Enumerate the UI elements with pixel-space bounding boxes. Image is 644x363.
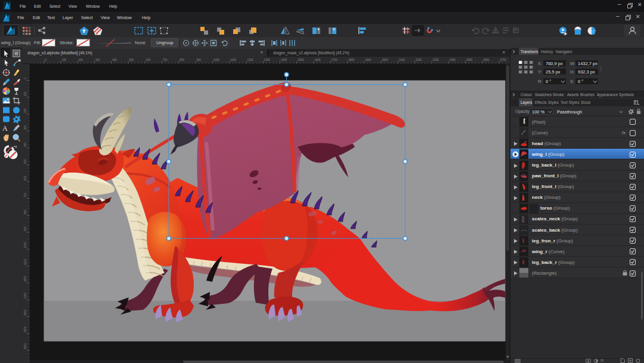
svg-text:800: 800 [24, 210, 27, 214]
svg-text:1600: 1600 [315, 59, 321, 61]
svg-text:600: 600 [146, 59, 151, 61]
svg-text:1000: 1000 [24, 242, 27, 248]
svg-text:800: 800 [179, 59, 184, 61]
svg-text:1400: 1400 [24, 309, 27, 316]
svg-text:900: 900 [197, 59, 202, 61]
svg-text:500: 500 [129, 59, 134, 61]
svg-text:100: 100 [61, 59, 66, 61]
svg-text:600: 600 [24, 176, 27, 180]
svg-text:300: 300 [24, 125, 27, 130]
svg-text:1400: 1400 [281, 59, 287, 61]
svg-text:1300: 1300 [24, 293, 27, 299]
svg-text:700: 700 [24, 192, 27, 197]
svg-text:1700: 1700 [332, 59, 338, 61]
svg-text:400: 400 [112, 59, 117, 61]
svg-text:1500: 1500 [298, 59, 304, 61]
svg-text:300: 300 [95, 59, 100, 61]
svg-text:700: 700 [163, 59, 168, 61]
svg-text:2700: 2700 [500, 59, 507, 61]
svg-text:1200: 1200 [24, 275, 27, 282]
svg-text:1200: 1200 [247, 59, 253, 61]
svg-text:2200: 2200 [416, 59, 422, 61]
svg-text:1100: 1100 [230, 59, 236, 61]
svg-text:1900: 1900 [365, 59, 371, 61]
svg-text:900: 900 [24, 226, 27, 231]
svg-text:500: 500 [24, 159, 27, 164]
svg-text:A: A [2, 124, 8, 133]
svg-text:100: 100 [24, 91, 27, 96]
svg-text:400: 400 [24, 142, 27, 147]
svg-text:2600: 2600 [483, 59, 490, 61]
svg-text:2500: 2500 [466, 59, 473, 61]
svg-text:1300: 1300 [264, 59, 271, 61]
svg-text:0: 0 [24, 78, 27, 79]
svg-text:200: 200 [79, 59, 83, 61]
svg-text:0: 0 [45, 59, 47, 61]
svg-text:1000: 1000 [213, 59, 220, 61]
svg-text:2100: 2100 [399, 59, 405, 61]
svg-text:1500: 1500 [24, 326, 27, 333]
svg-text:1100: 1100 [24, 259, 27, 264]
svg-text:200: 200 [24, 108, 27, 113]
svg-text:2400: 2400 [450, 59, 456, 61]
svg-text:1600: 1600 [24, 343, 27, 349]
svg-text:2000: 2000 [382, 59, 389, 61]
svg-text:1800: 1800 [348, 59, 355, 61]
svg-text:2300: 2300 [432, 59, 439, 61]
